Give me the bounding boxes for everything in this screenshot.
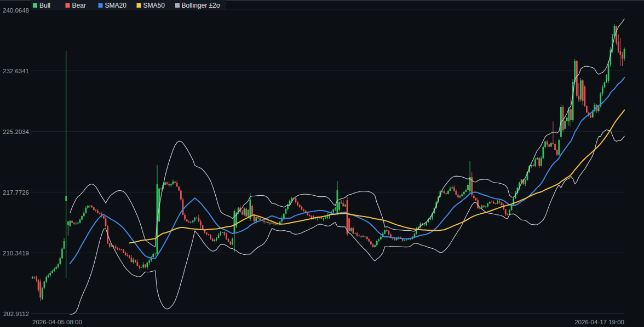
svg-text:SMA20: SMA20	[105, 2, 127, 9]
svg-text:232.6341: 232.6341	[3, 68, 29, 74]
svg-text:210.3419: 210.3419	[3, 250, 29, 256]
svg-text:SMA50: SMA50	[143, 2, 165, 9]
svg-text:2026-04-17 19:00: 2026-04-17 19:00	[574, 319, 624, 325]
svg-text:217.7726: 217.7726	[3, 189, 29, 196]
svg-text:2026-04-05 08:00: 2026-04-05 08:00	[32, 319, 82, 325]
svg-text:Bollinger ±2σ: Bollinger ±2σ	[182, 2, 221, 9]
svg-text:225.2034: 225.2034	[3, 129, 30, 135]
svg-text:Bear: Bear	[72, 2, 86, 9]
svg-text:Bull: Bull	[39, 2, 50, 9]
svg-text:240.0648: 240.0648	[3, 7, 29, 14]
svg-text:202.9112: 202.9112	[3, 311, 29, 317]
